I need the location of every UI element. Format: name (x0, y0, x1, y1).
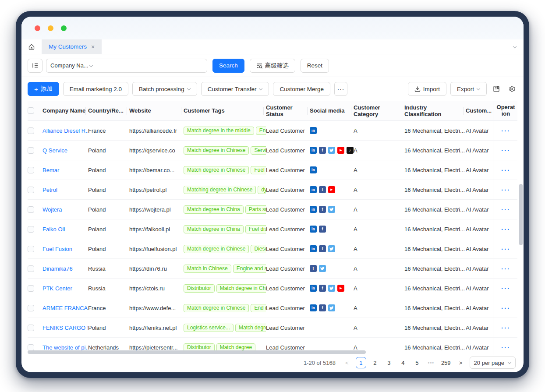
twitter-icon[interactable] (319, 265, 326, 272)
company-link[interactable]: Alliance Diesel R... (42, 127, 88, 134)
search-field-select[interactable]: Company Na... (46, 59, 97, 73)
row-checkbox[interactable] (28, 127, 34, 134)
facebook-icon[interactable]: f (319, 285, 326, 292)
company-link[interactable]: The website of pi... (42, 344, 88, 351)
search-button[interactable]: Search (212, 59, 244, 73)
row-checkbox[interactable] (28, 147, 34, 154)
twitter-icon[interactable] (328, 285, 335, 292)
row-actions-button[interactable]: ··· (501, 206, 510, 213)
twitter-icon[interactable] (328, 147, 335, 154)
select-all-checkbox[interactable] (28, 107, 34, 114)
company-link[interactable]: ARMEE FRANCAI... (42, 305, 88, 311)
row-actions-button[interactable]: ··· (501, 265, 510, 272)
toolbar-button-customer-merge[interactable]: Customer Merge (273, 82, 330, 96)
company-link[interactable]: Wojtera (42, 206, 62, 213)
row-actions-button[interactable]: ··· (501, 324, 510, 332)
company-link[interactable]: Dinamika76 (42, 265, 73, 272)
company-link[interactable]: Falko Oil (42, 226, 65, 233)
page-button-1[interactable]: 1 (356, 357, 366, 368)
twitter-icon[interactable] (328, 304, 335, 311)
twitter-icon[interactable] (328, 245, 335, 252)
advanced-filter-label: 高级筛选 (265, 62, 289, 70)
home-button[interactable] (21, 39, 42, 54)
reset-button[interactable]: Reset (301, 59, 329, 73)
row-actions-button[interactable]: ··· (501, 304, 510, 312)
facebook-icon[interactable]: f (319, 206, 326, 213)
linkedin-icon[interactable]: in (310, 245, 317, 252)
tab-close-icon[interactable]: × (91, 43, 95, 50)
page-button-259[interactable]: 259 (440, 357, 452, 368)
tab-list-expand-button[interactable] (506, 39, 524, 54)
more-actions-button[interactable]: ··· (334, 82, 347, 96)
toolbar-button-batch-processing[interactable]: Batch processing (132, 82, 197, 96)
toolbar-button-email-marketing-2-0[interactable]: Email marketing 2.0 (63, 82, 128, 96)
facebook-icon[interactable]: f (319, 304, 326, 311)
previous-page-button[interactable]: < (342, 357, 352, 368)
row-checkbox[interactable] (28, 265, 34, 272)
row-actions-button[interactable]: ··· (501, 285, 510, 292)
linkedin-icon[interactable]: in (310, 127, 317, 134)
close-window-button[interactable] (35, 25, 40, 31)
advanced-filter-button[interactable]: 高级筛选 (250, 59, 295, 73)
row-actions-button[interactable]: ··· (501, 344, 510, 351)
company-link[interactable]: Bemar (42, 167, 59, 173)
minimize-window-button[interactable] (48, 25, 53, 31)
youtube-icon[interactable]: ▶ (328, 186, 335, 193)
row-checkbox[interactable] (28, 187, 34, 193)
linkedin-icon[interactable]: in (310, 147, 317, 154)
row-actions-button[interactable]: ··· (501, 245, 510, 253)
row-actions-button[interactable]: ··· (501, 186, 510, 194)
linkedin-icon[interactable]: in (310, 285, 317, 292)
row-checkbox[interactable] (28, 285, 34, 292)
twitter-icon[interactable] (328, 206, 335, 213)
row-actions-button[interactable]: ··· (501, 147, 510, 154)
facebook-icon[interactable]: f (319, 147, 326, 154)
vertical-scrollbar[interactable] (519, 184, 523, 245)
youtube-icon[interactable]: ▶ (337, 147, 344, 154)
linkedin-icon[interactable]: in (310, 186, 317, 193)
saved-views-button[interactable] (491, 83, 502, 95)
import-button[interactable]: Import (408, 82, 446, 96)
row-checkbox[interactable] (28, 167, 34, 173)
page-button-5[interactable]: 5 (412, 357, 422, 368)
row-checkbox[interactable] (28, 325, 34, 331)
search-input[interactable] (97, 59, 207, 73)
next-page-button[interactable]: > (456, 357, 466, 368)
toolbar-button-label: Email marketing 2.0 (70, 86, 122, 92)
row-checkbox[interactable] (28, 246, 34, 252)
facebook-icon[interactable]: f (319, 226, 326, 233)
tab-my-customers[interactable]: My Customers × (42, 39, 102, 54)
row-checkbox[interactable] (28, 226, 34, 233)
collapse-filter-button[interactable] (28, 59, 42, 73)
page-button-2[interactable]: 2 (370, 357, 380, 368)
facebook-icon[interactable]: f (310, 265, 317, 272)
linkedin-icon[interactable]: in (310, 166, 317, 173)
company-link[interactable]: PTK Center (42, 285, 72, 292)
youtube-icon[interactable]: ▶ (337, 285, 344, 292)
row-checkbox[interactable] (28, 305, 34, 311)
toolbar-button-customer-transfer[interactable]: Customer Transfer (201, 82, 269, 96)
company-link[interactable]: Fuel Fusion (42, 246, 72, 252)
linkedin-icon[interactable]: in (310, 226, 317, 233)
tiktok-icon[interactable]: ♪ (347, 147, 354, 154)
row-actions-button[interactable]: ··· (501, 127, 510, 134)
facebook-icon[interactable]: f (319, 245, 326, 252)
company-link[interactable]: Q Service (42, 147, 67, 154)
horizontal-scrollbar[interactable] (28, 350, 366, 354)
page-button-4[interactable]: 4 (398, 357, 408, 368)
row-actions-button[interactable]: ··· (501, 226, 510, 233)
company-link[interactable]: Petrol (42, 187, 57, 193)
page-size-select[interactable]: 20 per page (470, 357, 516, 369)
add-button[interactable]: + 添加 (28, 82, 59, 96)
company-link[interactable]: FENIKS CARGO S... (42, 325, 88, 331)
settings-button[interactable] (506, 83, 517, 95)
row-checkbox[interactable] (28, 344, 34, 351)
export-button[interactable]: Export (450, 82, 487, 96)
row-actions-button[interactable]: ··· (501, 166, 510, 174)
facebook-icon[interactable]: f (319, 186, 326, 193)
linkedin-icon[interactable]: in (310, 304, 317, 311)
maximize-window-button[interactable] (61, 25, 67, 31)
page-button-3[interactable]: 3 (384, 357, 394, 368)
row-checkbox[interactable] (28, 206, 34, 213)
linkedin-icon[interactable]: in (310, 206, 317, 213)
